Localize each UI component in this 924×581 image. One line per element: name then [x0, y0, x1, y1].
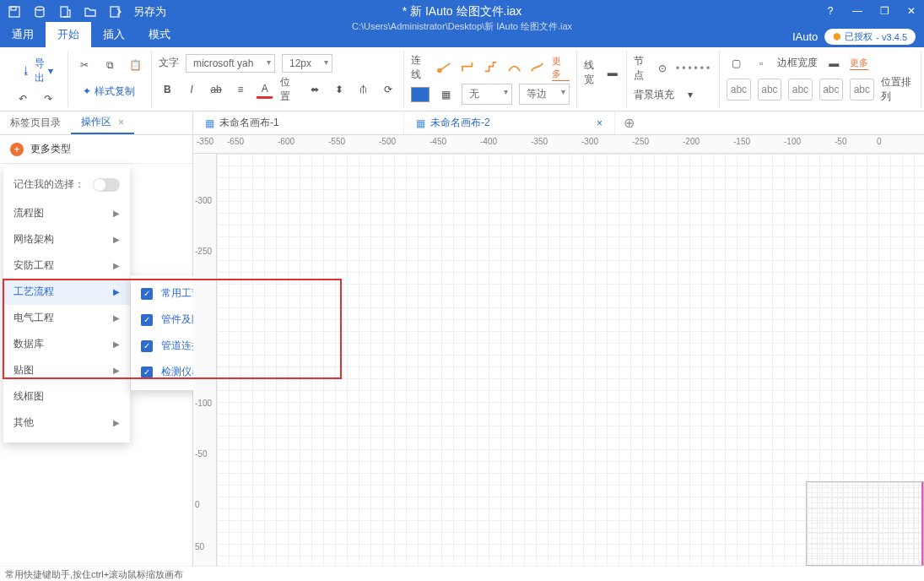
- ruler-horizontal: -350 -650 -600 -550 -500 -450 -400 -350 …: [193, 135, 924, 154]
- window-title: * 新 IAuto 绘图文件.iax: [352, 3, 572, 20]
- remember-label: 记住我的选择：: [14, 177, 84, 192]
- canvas-tab-2[interactable]: ▦未命名画布-2 ×: [404, 111, 615, 134]
- title-bar: 另存为 * 新 IAuto 绘图文件.iax C:\Users\Administ…: [0, 0, 924, 47]
- menu-general[interactable]: 通用: [0, 22, 46, 47]
- side-tab-toc[interactable]: 标签页目录: [0, 111, 71, 134]
- category-menu: 记住我的选择： 流程图▶ 网络架构▶ 安防工程▶ 工艺流程▶ 电气工程▶ 数据库…: [3, 166, 130, 443]
- ruler-vertical: -300 -250 -100 -50 0 50: [193, 154, 217, 566]
- position-label: 位置: [280, 75, 300, 104]
- cat-wireframe[interactable]: 线框图: [3, 383, 130, 410]
- svg-rect-3: [61, 7, 68, 17]
- cat-security[interactable]: 安防工程▶: [3, 252, 130, 279]
- border-width-label: 边框宽度: [777, 56, 818, 70]
- cat-flowchart[interactable]: 流程图▶: [3, 200, 130, 226]
- help-icon[interactable]: ?: [823, 3, 838, 19]
- close-icon[interactable]: ✕: [904, 3, 919, 19]
- connector-label: 连线: [411, 53, 430, 82]
- align-v-icon[interactable]: ⬍: [331, 80, 349, 99]
- preset-5[interactable]: abc: [850, 79, 873, 100]
- open-icon[interactable]: [83, 4, 98, 19]
- cat-electrical[interactable]: 电气工程▶: [3, 305, 130, 331]
- arrow-start-select[interactable]: 无: [462, 84, 512, 105]
- node-dots-icon[interactable]: ••••••: [676, 62, 712, 74]
- node-label: 节点: [634, 54, 648, 83]
- line-width-icon[interactable]: ▬: [605, 63, 619, 82]
- preset-3[interactable]: abc: [788, 79, 812, 100]
- tab-strip: 标签页目录 操作区× ▦未命名画布-1 ▦未命名画布-2 × ⊕: [0, 111, 924, 135]
- undo-icon[interactable]: ↶: [14, 90, 32, 108]
- minimap[interactable]: [806, 481, 924, 566]
- canvas-area[interactable]: -350 -650 -600 -550 -500 -450 -400 -350 …: [193, 135, 924, 566]
- cat-sticker[interactable]: 贴图▶: [3, 357, 130, 383]
- menu-mode[interactable]: 模式: [137, 22, 182, 47]
- cat-process[interactable]: 工艺流程▶: [3, 279, 130, 305]
- paste-icon[interactable]: 📋: [126, 56, 144, 74]
- conn-step-icon[interactable]: [483, 60, 499, 75]
- new-icon[interactable]: [57, 4, 73, 19]
- strike-icon[interactable]: ab: [208, 80, 225, 99]
- close-side-tab-icon[interactable]: ×: [118, 117, 124, 128]
- file-path: C:\Users\Administrator\Desktop\新 IAuto 绘…: [352, 20, 572, 33]
- align-icon[interactable]: ≡: [231, 80, 249, 99]
- copy-icon[interactable]: ⧉: [100, 56, 119, 74]
- border-more[interactable]: 更多: [850, 57, 868, 70]
- border-dash-icon[interactable]: ▫: [752, 54, 770, 73]
- license-badge[interactable]: ⬢ 已授权 - v3.4.5: [824, 29, 916, 45]
- status-bar: 常用快捷键助手,按住ctrl+滚动鼠标缩放画布: [0, 566, 924, 581]
- arrow-end-select[interactable]: 等边: [519, 84, 570, 105]
- size-select[interactable]: 12px: [282, 54, 332, 73]
- distribute-icon[interactable]: ⫛: [354, 80, 372, 99]
- font-select[interactable]: microsoft yah: [186, 54, 275, 73]
- edit-icon[interactable]: [108, 4, 123, 19]
- preset-4[interactable]: abc: [819, 79, 843, 100]
- menu-start[interactable]: 开始: [46, 22, 91, 47]
- plus-icon: +: [10, 143, 24, 156]
- bg-fill-icon[interactable]: ▾: [681, 85, 700, 104]
- canvas-icon: ▦: [416, 117, 425, 129]
- more-types-button[interactable]: + 更多类型: [0, 135, 192, 164]
- cat-other[interactable]: 其他▶: [3, 410, 130, 436]
- ribbon-toolbar: ⭳ 导出 ▾ ↶ ↷ ✂ ⧉ 📋 ✦ 样式复制 文字 microsoft yah…: [0, 47, 924, 111]
- conn-curve-icon[interactable]: [506, 60, 522, 75]
- text-label: 文字: [159, 56, 179, 70]
- rotate-icon[interactable]: ⟳: [379, 80, 397, 99]
- cat-database[interactable]: 数据库▶: [3, 331, 130, 357]
- pos-arrange-label: 位置排列: [881, 75, 915, 104]
- menu-insert[interactable]: 插入: [91, 22, 137, 47]
- redo-icon[interactable]: ↷: [39, 90, 57, 108]
- sidebar: + 更多类型 记住我的选择： 流程图▶ 网络架构▶ 安防工程▶ 工艺流程▶ 电气…: [0, 135, 193, 566]
- save-icon[interactable]: [7, 4, 22, 19]
- preset-2[interactable]: abc: [758, 79, 781, 100]
- canvas-tab-1[interactable]: ▦未命名画布-1: [193, 111, 404, 134]
- cat-network[interactable]: 网络架构▶: [3, 226, 130, 252]
- shield-icon: ⬢: [833, 31, 841, 42]
- remember-toggle[interactable]: [93, 178, 120, 192]
- conn-straight-icon[interactable]: [437, 60, 453, 75]
- save-as-button[interactable]: 另存为: [133, 4, 166, 19]
- conn-free-icon[interactable]: [529, 60, 545, 75]
- side-tab-workspace[interactable]: 操作区×: [71, 111, 134, 134]
- add-tab-button[interactable]: ⊕: [615, 111, 642, 134]
- node-style-icon[interactable]: ⊙: [655, 59, 669, 78]
- font-color-icon[interactable]: A: [256, 80, 273, 99]
- border-style-icon[interactable]: ▢: [727, 54, 745, 73]
- close-tab-icon[interactable]: ×: [597, 117, 602, 129]
- canvas-icon: ▦: [205, 117, 214, 129]
- maximize-icon[interactable]: ❐: [877, 3, 892, 19]
- brand-name: IAuto: [792, 30, 818, 43]
- line-color-swatch[interactable]: [411, 87, 430, 102]
- bg-fill-label: 背景填充: [634, 88, 674, 102]
- connector-more[interactable]: 更多: [552, 55, 570, 81]
- italic-icon[interactable]: I: [183, 80, 201, 99]
- cut-icon[interactable]: ✂: [75, 56, 94, 74]
- border-width-icon[interactable]: ▬: [824, 54, 843, 73]
- preset-1[interactable]: abc: [727, 79, 750, 100]
- conn-elbow-icon[interactable]: [460, 60, 476, 75]
- export-button[interactable]: ⭳ 导出 ▾: [14, 52, 61, 90]
- align-h-icon[interactable]: ⬌: [306, 80, 324, 99]
- line-style-icon[interactable]: ▦: [436, 85, 455, 104]
- minimize-icon[interactable]: —: [850, 3, 865, 19]
- bold-icon[interactable]: B: [159, 80, 176, 99]
- db-icon[interactable]: [32, 4, 47, 19]
- style-copy-button[interactable]: ✦ 样式复制: [75, 80, 144, 103]
